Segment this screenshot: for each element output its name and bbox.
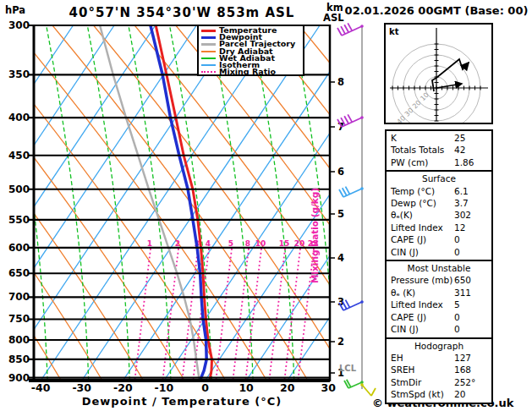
stat-row: CIN (J)0: [387, 246, 491, 258]
hodograph-border: [385, 24, 492, 123]
stat-value: 25: [454, 132, 465, 144]
x-axis-label: Dewpoint / Temperature (°C): [55, 395, 309, 408]
stat-value: 650: [454, 274, 471, 286]
wet-adiabat-line: [0, 25, 7, 381]
stat-label: CAPE (J): [391, 234, 426, 244]
stat-value: 0: [454, 311, 460, 323]
pressure-tick-label: 750: [8, 313, 30, 325]
temperature-tick-label: -40: [31, 381, 51, 394]
pressure-tick-label: 550: [8, 214, 30, 226]
mixing-ratio-value-label: 1: [147, 239, 152, 248]
isotherm-line: [82, 25, 320, 381]
stat-value: 0: [454, 233, 460, 245]
most-unstable-box: Most Unstable Pressure (mb)650θₑ (K)311L…: [385, 260, 493, 338]
wind-barb: [360, 383, 376, 396]
wind-barb: [339, 187, 364, 197]
altitude-axis-unit-asl: ASL: [323, 12, 344, 24]
mixing-ratio-value-label: 8: [245, 239, 250, 248]
hodograph-stats-box: Hodograph EH127SREH168StmDir252°StmSpd (…: [385, 337, 493, 404]
temperature-tick-label: -10: [155, 381, 174, 394]
wind-barb-tick: [348, 23, 352, 30]
pressure-tick-label: 400: [8, 112, 30, 123]
legend-label: Mixing Ratio: [219, 68, 276, 75]
wind-barb-stem: [362, 385, 371, 396]
most-unstable-header: Most Unstable: [387, 262, 491, 274]
wind-barb-tick: [345, 187, 349, 195]
isotherm-line: [41, 25, 278, 381]
stat-label: θₑ(K): [391, 210, 413, 220]
legend-line-sample: [201, 64, 216, 66]
mixing-ratio-value-label: 10: [255, 239, 266, 248]
legend-item: Mixing Ratio: [201, 68, 303, 75]
stat-value: 5: [454, 299, 460, 310]
hodograph-header: Hodograph: [387, 340, 491, 352]
stat-value: 0: [454, 323, 460, 335]
pressure-tick-label: 500: [8, 184, 30, 195]
stat-row: θₑ(K)302: [387, 209, 491, 221]
legend-line-sample: [201, 51, 216, 52]
stat-row: K25: [387, 132, 491, 144]
mixing-ratio-line: [233, 249, 249, 381]
stat-row: StmDir252°: [387, 376, 491, 388]
mixing-ratio-line: [269, 249, 285, 381]
pressure-tick-label: 900: [8, 372, 30, 384]
pressure-tick-label: 350: [8, 68, 30, 80]
temperature-tick-label: -20: [113, 381, 133, 394]
stat-value: 127: [454, 352, 471, 364]
stat-row: PW (cm)1.86: [387, 156, 491, 168]
wind-barb-tick: [341, 26, 345, 34]
legend-line-sample: [201, 58, 216, 59]
km-tick-label: 8: [337, 76, 344, 88]
mixing-ratio-line: [134, 249, 151, 381]
wind-barb-tick: [337, 28, 342, 36]
stat-label: θₑ (K): [391, 288, 415, 298]
stat-row: StmSpd (kt)20: [387, 388, 491, 400]
pressure-tick-label: 850: [8, 353, 30, 365]
wind-barb-tick: [348, 114, 352, 122]
stat-row: SREH168: [387, 364, 491, 375]
pressure-tick-label: 800: [8, 334, 30, 346]
stat-value: 0: [454, 246, 460, 258]
dry-adiabat-line: [134, 25, 390, 381]
stat-row: Dewp (°C)3.7: [387, 197, 491, 209]
wind-barb-tick: [343, 188, 347, 195]
legend-line-sample: [201, 36, 216, 39]
dry-adiabat-line: [52, 25, 308, 381]
stat-label: SREH: [391, 364, 415, 375]
pressure-tick-label: 650: [8, 267, 30, 279]
km-tick-label: 5: [337, 208, 344, 220]
stat-label: PW (cm): [391, 157, 428, 167]
surface-box: Surface Temp (°C)6.1Dewp (°C)3.7θₑ(K)302…: [385, 170, 493, 261]
temperature-tick-label: 0: [201, 381, 209, 394]
wind-barb-tick: [371, 388, 376, 396]
stat-label: Dewp (°C): [391, 198, 436, 208]
stat-value: 168: [454, 364, 471, 375]
stat-row: θₑ (K)311: [387, 287, 491, 299]
stat-value: 252°: [454, 376, 475, 388]
km-tick-label: 4: [337, 252, 344, 264]
indices-panel: K25Totals Totals42PW (cm)1.86 Surface Te…: [385, 129, 493, 404]
wind-barb-tick: [339, 189, 343, 197]
temperature-tick-label: 10: [239, 381, 254, 394]
km-tick-label: 2: [337, 336, 344, 348]
hodograph-ring-label: 20: [411, 99, 423, 111]
pressure-tick-label: 700: [8, 291, 30, 303]
hodograph-ring-label: 10: [419, 91, 431, 103]
wind-barb-tick: [344, 25, 348, 32]
stat-value: 20: [454, 388, 465, 400]
stat-label: StmDir: [391, 377, 421, 387]
stat-value: 302: [454, 209, 471, 221]
stat-value: 3.7: [454, 197, 469, 209]
isotherm-line: [0, 25, 238, 381]
surface-header: Surface: [387, 173, 491, 184]
stat-label: CAPE (J): [391, 312, 426, 322]
run-datetime: 02.01.2026 00GMT (Base: 00): [341, 4, 532, 17]
temperature-tick-label: -30: [72, 381, 91, 394]
stat-label: Totals Totals: [391, 145, 444, 155]
mixing-ratio-value-label: 5: [228, 239, 233, 248]
sounding-screenshot: { "header": { "title": "40°57'N 354°30'W…: [0, 0, 532, 411]
stat-row: CIN (J)0: [387, 323, 491, 335]
stat-value: 42: [454, 144, 465, 156]
stat-row: Lifted Index5: [387, 299, 491, 310]
wind-barb: [337, 23, 364, 36]
